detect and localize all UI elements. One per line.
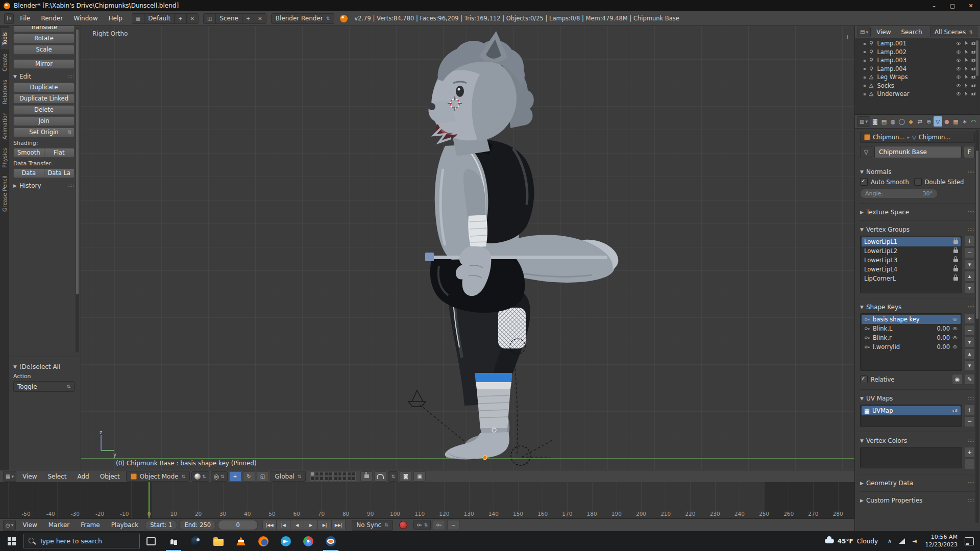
- playback-jump-to-end[interactable]: ▶▶|: [331, 520, 346, 530]
- outliner-menu-view[interactable]: View: [872, 28, 895, 37]
- texture-space-panel-header[interactable]: ▶Texture Space∷∷: [860, 209, 975, 216]
- restrict-view-icon[interactable]: [955, 74, 962, 80]
- move-vertex-group-down-button[interactable]: ▾: [964, 283, 975, 293]
- maximize-button[interactable]: ▢: [943, 0, 962, 11]
- geometry-data-panel-header[interactable]: ▶Geometry Data∷∷: [860, 480, 975, 487]
- data-transfer-data-button[interactable]: Data: [13, 168, 44, 178]
- region-expand-icon[interactable]: +: [845, 33, 850, 41]
- layer-toggle[interactable]: [324, 472, 328, 476]
- properties-tab-scene[interactable]: ◍: [889, 116, 897, 127]
- remove-vertex-color-button[interactable]: −: [964, 459, 975, 469]
- playback-jump-to-start[interactable]: |◀◀: [262, 520, 277, 530]
- outliner-item-lamp-002[interactable]: ▪ Lamp.002: [855, 48, 980, 57]
- restrict-select-icon[interactable]: [963, 57, 969, 63]
- info-menu[interactable]: Render: [36, 14, 67, 23]
- vertex-group-lowerlipl2[interactable]: LowerLipL2: [862, 246, 961, 256]
- restrict-select-icon[interactable]: [963, 74, 969, 80]
- timeline-canvas[interactable]: -50-40-30-20-100102030405060708090100110…: [0, 482, 854, 518]
- layer-toggle[interactable]: [315, 472, 319, 476]
- insert-keyframe-button[interactable]: [433, 520, 445, 530]
- mute-shape-key-icon[interactable]: [952, 325, 958, 332]
- shape-keys-panel-header[interactable]: ▼Shape Keys∷∷: [860, 304, 975, 311]
- auto-keyframe-record-button[interactable]: [399, 521, 407, 529]
- add-shape-key-button[interactable]: +: [964, 313, 975, 324]
- properties-tab-object[interactable]: ◆: [906, 116, 915, 127]
- viewport-menu-select[interactable]: Select: [43, 472, 71, 481]
- outliner-scrollbar[interactable]: [975, 39, 979, 111]
- tool-button-scale[interactable]: Scale: [13, 45, 75, 55]
- restrict-view-icon[interactable]: [955, 91, 962, 97]
- layer-toggle[interactable]: [338, 477, 342, 481]
- add-vertex-group-button[interactable]: +: [964, 236, 975, 246]
- toolshelf-tab-create[interactable]: Create: [1, 49, 9, 76]
- screen-layout-selector[interactable]: ▦ Default + ✕: [132, 13, 199, 24]
- auto-smooth-checkbox[interactable]: Auto Smooth: [860, 178, 909, 186]
- vertex-group-lowerlipl4[interactable]: LowerLipL4: [862, 265, 961, 274]
- tool-button-mirror[interactable]: Mirror: [13, 59, 75, 69]
- action-dropdown[interactable]: Toggle ⇅: [13, 381, 75, 392]
- add-vertex-color-button[interactable]: +: [964, 447, 975, 458]
- tool-button-delete[interactable]: Delete: [13, 105, 75, 115]
- layer-toggle[interactable]: [333, 477, 337, 481]
- taskbar-icon-vlc[interactable]: [230, 531, 252, 551]
- layer-toggle[interactable]: [329, 477, 333, 481]
- outliner-item-lamp-001[interactable]: ▪ Lamp.001: [855, 39, 980, 48]
- manipulator-translate-toggle[interactable]: +: [229, 471, 241, 482]
- tool-button-set-origin[interactable]: Set Origin⇅: [13, 128, 75, 137]
- layer-toggle[interactable]: [352, 472, 356, 476]
- properties-tab-object-data[interactable]: ▽: [934, 116, 942, 127]
- opengl-render-still-button[interactable]: ◙: [400, 471, 412, 482]
- toolshelf-tab-physics[interactable]: Physics: [1, 144, 9, 172]
- pivot-center-dropdown[interactable]: ◎⇅: [211, 471, 228, 482]
- restrict-view-icon[interactable]: [955, 49, 962, 55]
- shape-key-l-worrylid[interactable]: l.worrylid 0.00: [862, 342, 961, 352]
- hidden-icons-caret[interactable]: ∧: [884, 531, 895, 551]
- network-icon[interactable]: [895, 531, 909, 551]
- history-panel-header[interactable]: ▶ History ∷∷: [13, 182, 75, 189]
- shape-key-value[interactable]: 0.00: [937, 343, 950, 350]
- remove-uv-map-button[interactable]: −: [964, 416, 975, 427]
- layer-toggle[interactable]: [333, 472, 337, 476]
- info-menu[interactable]: File: [15, 14, 35, 23]
- outliner-scope-dropdown[interactable]: All Scenes ⇅: [930, 27, 977, 37]
- layer-toggle[interactable]: [310, 477, 314, 481]
- double-sided-checkbox[interactable]: Double Sided: [914, 178, 964, 186]
- delete-scene-button[interactable]: ✕: [254, 14, 265, 23]
- outliner-menu-search[interactable]: Search: [896, 28, 926, 37]
- pin-shape-key-button[interactable]: ◉: [952, 374, 963, 385]
- layer-toggle[interactable]: [347, 477, 351, 481]
- render-engine-dropdown[interactable]: Blender Render ⇅: [271, 13, 335, 24]
- layer-toggle[interactable]: [324, 477, 328, 481]
- toolshelf-tab-grease-pencil[interactable]: Grease Pencil: [1, 171, 9, 216]
- edit-mode-shape-key-button[interactable]: ✎: [964, 374, 975, 385]
- keying-set-dropdown[interactable]: ⇅: [413, 520, 431, 530]
- current-frame-field[interactable]: 0: [218, 520, 258, 530]
- properties-tab-constraints[interactable]: ⇄: [916, 116, 924, 127]
- playback-play[interactable]: ▶: [304, 520, 318, 530]
- properties-tab-particles[interactable]: ∗: [961, 116, 969, 127]
- toolshelf-tab-animation[interactable]: Animation: [1, 108, 9, 144]
- viewport-menu-add[interactable]: Add: [73, 472, 94, 481]
- taskbar-icon-task-view[interactable]: [140, 531, 162, 551]
- taskbar-clock[interactable]: 10:56 AM 12/23/2023: [920, 534, 963, 549]
- close-button[interactable]: ✕: [962, 0, 980, 11]
- properties-tab-physics[interactable]: ◠: [969, 116, 978, 127]
- vertex-group-lowerlipl3[interactable]: LowerLipL3: [862, 256, 961, 265]
- manipulator-scale-toggle[interactable]: ◱: [257, 471, 269, 482]
- layer-toggle[interactable]: [347, 472, 351, 476]
- properties-tab-render[interactable]: ◙: [871, 116, 879, 127]
- mute-shape-key-icon[interactable]: [952, 344, 958, 350]
- scene-selector[interactable]: ◫ Scene + ✕: [203, 13, 266, 24]
- vertex-colors-panel-header[interactable]: ▼Vertex Colors∷∷: [860, 437, 975, 444]
- remove-shape-key-button[interactable]: −: [964, 325, 975, 336]
- timeline-menu-playback[interactable]: Playback: [107, 520, 143, 530]
- move-vertex-group-up-button[interactable]: ▴: [964, 271, 975, 282]
- lock-camera-toggle[interactable]: [360, 471, 373, 482]
- uv-maps-panel-header[interactable]: ▼UV Maps∷∷: [860, 395, 975, 402]
- properties-tab-world[interactable]: ◯: [898, 116, 906, 127]
- mute-shape-key-icon[interactable]: [952, 335, 958, 341]
- restrict-select-icon[interactable]: [963, 49, 969, 55]
- tool-button-join[interactable]: Join: [13, 116, 75, 126]
- lock-icon[interactable]: [953, 268, 958, 271]
- toolshelf-tab-relations[interactable]: Relations: [1, 76, 9, 108]
